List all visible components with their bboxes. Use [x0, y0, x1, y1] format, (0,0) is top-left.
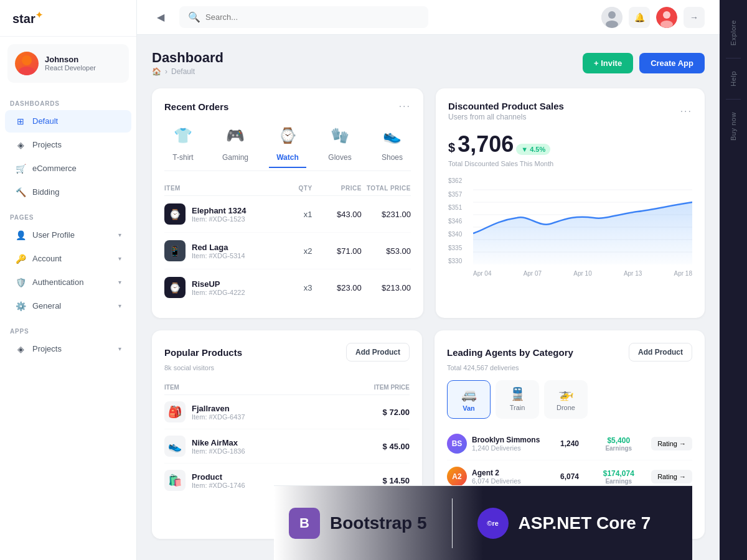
tab-drone[interactable]: 🚁 Drone [544, 380, 588, 419]
item-name: Red Laga [192, 243, 245, 252]
col-qty: QTY [263, 185, 312, 192]
svg-point-3 [608, 11, 616, 19]
projects-icon: ◈ [15, 139, 26, 151]
product-name: Product [192, 472, 245, 482]
rating-button[interactable]: Rating → [651, 470, 692, 483]
sidebar-item-projects[interactable]: ◈ Projects [5, 134, 131, 156]
popular-products-header: Popular Products Add Product [164, 343, 410, 362]
item-price: $43.00 [312, 210, 362, 219]
apps-label: APPS [10, 328, 126, 335]
col-item: ITEM [164, 185, 263, 192]
chart-x-label: Apr 07 [524, 270, 542, 277]
sidebar-item-general[interactable]: ⚙️ General ▾ [5, 295, 131, 317]
sidebar-item-label: User Profile [32, 230, 75, 240]
arrow-right-button[interactable]: → [684, 7, 705, 28]
invite-button[interactable]: + Invite [583, 53, 633, 73]
earnings-label: Earnings [594, 478, 643, 485]
sales-card-menu-button[interactable]: ··· [680, 106, 692, 117]
content: Dashboard 🏠 › Default + Invite Create Ap… [137, 35, 720, 560]
add-agent-product-button[interactable]: Add Product [629, 343, 692, 362]
tshirt-icon: 👕 [169, 122, 197, 149]
sidebar-item-label: Account [32, 254, 62, 263]
product-name: Nike AirMax [192, 438, 245, 447]
agent-earnings: $5,400 Earnings [594, 436, 643, 452]
user-card[interactable]: Johnson React Developer [7, 44, 129, 83]
sidebar-item-ecommerce[interactable]: 🛒 eCommerce [5, 157, 131, 180]
card-menu-button[interactable]: ··· [399, 101, 411, 112]
earnings-label: Earnings [594, 445, 643, 452]
user-name: Johnson [45, 55, 96, 64]
item-icon: 📱 [164, 240, 186, 261]
create-app-button[interactable]: Create App [639, 53, 705, 73]
sidebar-item-label: eCommerce [32, 164, 77, 173]
tab-gaming[interactable]: 🎮 Gaming [217, 122, 254, 168]
aspnet-title: ASP.NET Core 7 [519, 513, 651, 533]
breadcrumb-home-icon: 🏠 [152, 67, 161, 76]
tab-gloves-label: Gloves [328, 153, 351, 162]
tab-shoes[interactable]: 👟 Shoes [374, 122, 411, 168]
tab-train[interactable]: 🚆 Train [496, 380, 539, 419]
sidebar-item-account[interactable]: 🔑 Account ▾ [5, 248, 131, 270]
sales-amount: $ 3,706 ▼ 4.5% [448, 131, 692, 157]
svg-point-6 [663, 11, 670, 19]
collapse-sidebar-button[interactable]: ◀ [152, 9, 169, 26]
item-info: 📱 Red Laga Item: #XDG-5314 [164, 240, 263, 261]
overlay-bottom: B Bootstrap 5 ©re ASP.NET Core 7 [274, 485, 692, 560]
help-panel-item[interactable]: Help [725, 61, 742, 96]
product-img: 🎒 [164, 401, 186, 422]
train-icon: 🚆 [510, 386, 525, 401]
tab-gaming-label: Gaming [222, 153, 248, 162]
agent-avatar: A2 [447, 467, 467, 487]
recent-orders-card: Recent Orders ··· 👕 T-shirt 🎮 Gaming ⌚ [152, 88, 423, 318]
chart-y-labels: $362 $357 $351 $346 $340 $335 $330 [448, 177, 462, 264]
chevron-down-icon: ▾ [118, 302, 121, 309]
chevron-down-icon: ▾ [118, 231, 121, 238]
products-table-header: ITEM ITEM PRICE [164, 380, 410, 395]
sidebar-item-user-profile[interactable]: 👤 User Profile ▾ [5, 224, 131, 246]
chart-x-label: Apr 18 [674, 270, 692, 277]
account-icon: 🔑 [15, 253, 26, 264]
main-container: ◀ 🔍 🔔 → Dashboard 🏠 › Default [137, 0, 720, 560]
topbar-right: 🔔 → [601, 7, 705, 28]
chart-x-label: Apr 04 [473, 270, 491, 277]
sales-card-header: Discounted Product Sales Users from all … [448, 101, 692, 121]
chart-y-label: $351 [448, 204, 462, 211]
drone-icon: 🚁 [558, 386, 574, 401]
logo: star✦ [0, 0, 136, 37]
sidebar-item-default[interactable]: ⊞ Default [5, 110, 131, 133]
chart-y-label: $330 [448, 258, 462, 264]
item-price: $23.00 [312, 283, 362, 292]
search-input[interactable] [205, 12, 420, 22]
sidebar-item-bidding[interactable]: 🔨 Bidding [5, 181, 131, 203]
tab-watch[interactable]: ⌚ Watch [269, 122, 306, 168]
user-role: React Developer [45, 64, 96, 72]
item-id: Item: #XDG-4222 [192, 289, 245, 296]
orders-table: ITEM QTY PRICE TOTAL PRICE ⌚ Elephant 13… [164, 181, 411, 306]
chart-y-label: $362 [448, 177, 462, 184]
popular-products-title: Popular Products [164, 347, 242, 358]
chart-y-label: $335 [448, 245, 462, 251]
chevron-down-icon: ▾ [118, 255, 121, 262]
col-price-header: ITEM PRICE [328, 384, 410, 391]
item-total: $231.00 [362, 210, 411, 219]
popular-products-subtitle: 8k social visitors [164, 364, 410, 371]
agent-row-1: BS Brooklyn Simmons 1,240 Deliveries 1,2… [447, 427, 692, 460]
notification-button[interactable]: 🔔 [629, 7, 650, 28]
sidebar-item-authentication[interactable]: 🛡️ Authentication ▾ [5, 271, 131, 294]
explore-panel-item[interactable]: Explore [725, 10, 742, 55]
tab-gloves[interactable]: 🧤 Gloves [321, 122, 359, 168]
tab-tshirt[interactable]: 👕 T-shirt [164, 122, 202, 168]
product-row-2: 👟 Nike AirMax Item: #XDG-1836 $ 45.00 [164, 429, 410, 464]
product-price: $ 45.00 [328, 442, 410, 451]
rating-button[interactable]: Rating → [651, 437, 692, 450]
sidebar-item-apps-projects[interactable]: ◈ Projects ▾ [5, 338, 131, 360]
tab-van-label: Van [463, 404, 475, 412]
leading-agents-header: Leading Agents by Category Add Product [447, 343, 692, 362]
svg-point-1 [19, 67, 35, 75]
chart-x-label: Apr 13 [624, 270, 642, 277]
tab-van[interactable]: 🚐 Van [447, 380, 491, 419]
tab-drone-label: Drone [557, 404, 575, 411]
add-product-button[interactable]: Add Product [346, 343, 410, 362]
product-img: 👟 [164, 436, 186, 457]
buy-now-panel-item[interactable]: Buy now [725, 102, 742, 151]
